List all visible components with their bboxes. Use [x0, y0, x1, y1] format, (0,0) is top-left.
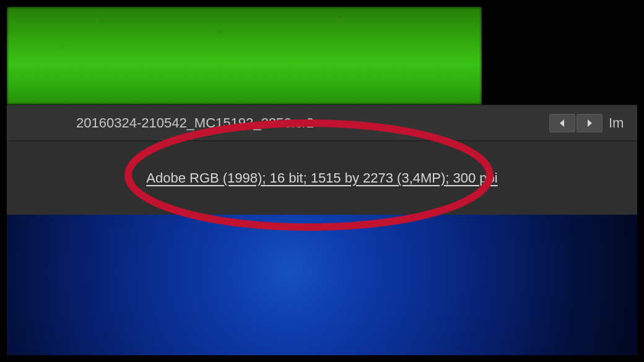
workflow-options-link[interactable]: Adobe RGB (1998); 16 bit; 1515 by 2273 (… [146, 170, 497, 186]
triangle-left-icon [559, 119, 565, 127]
triangle-right-icon [586, 119, 593, 127]
background-panel [7, 215, 637, 355]
prev-image-button[interactable] [549, 114, 575, 132]
workflow-info-bar: Adobe RGB (1998); 16 bit; 1515 by 2273 (… [7, 140, 637, 215]
image-preview[interactable] [7, 7, 482, 105]
app-frame: 20160324-210542_MC15192_2856.cr2 Im Adob… [7, 7, 637, 355]
truncated-label: Im [609, 115, 637, 131]
next-image-button[interactable] [577, 114, 603, 132]
svg-marker-1 [588, 119, 592, 127]
svg-marker-0 [560, 119, 564, 127]
nav-button-group [549, 114, 603, 132]
filename-label: 20160324-210542_MC15192_2856.cr2 [76, 115, 314, 131]
preview-content [7, 7, 482, 105]
filename-bar: 20160324-210542_MC15192_2856.cr2 Im [7, 105, 637, 140]
